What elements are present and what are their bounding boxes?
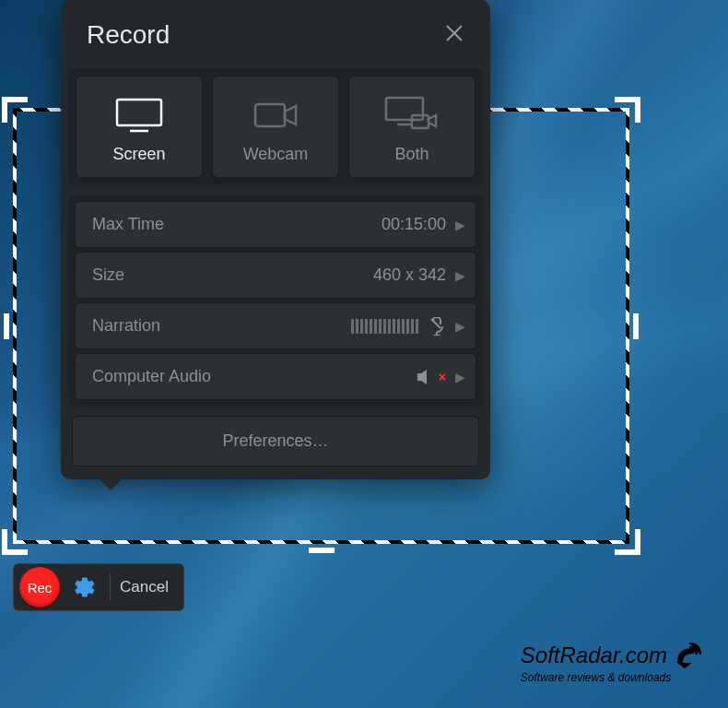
satellite-dish-icon [673,640,704,671]
chevron-right-icon: ▶ [453,370,466,384]
panel-pointer [98,478,123,490]
settings-button[interactable] [69,575,100,599]
source-both-button[interactable]: Both [348,76,476,178]
computer-audio-label: Computer Audio [92,367,211,386]
mute-indicator: × [439,370,446,384]
source-selector: Screen Webcam Both [68,68,483,185]
cancel-button[interactable]: Cancel [120,578,174,596]
toolbar-divider [110,574,111,600]
narration-row[interactable]: Narration ▶ [75,302,476,349]
max-time-value: 00:15:00 [382,215,446,234]
preferences-button[interactable]: Preferences… [72,416,479,466]
record-button[interactable]: Rec [19,567,60,608]
speaker-muted-icon [417,369,435,385]
computer-audio-row[interactable]: Computer Audio × ▶ [75,353,476,400]
source-webcam-label: Webcam [218,145,333,164]
size-row[interactable]: Size 460 x 342 ▶ [75,252,476,299]
watermark-title: SoftRadar.com [521,643,667,668]
watermark: SoftRadar.com Software reviews & downloa… [521,640,704,684]
svg-rect-5 [412,115,429,128]
watermark-subtitle: Software reviews & downloads [521,671,704,684]
close-icon [444,23,464,43]
max-time-row[interactable]: Max Time 00:15:00 ▶ [75,201,476,248]
record-panel: Record Screen Webcam Both Max Time [61,0,490,479]
svg-rect-3 [386,98,423,120]
source-both-label: Both [355,145,469,164]
panel-title: Record [87,20,170,50]
chevron-right-icon: ▶ [453,319,466,334]
max-time-label: Max Time [92,215,164,234]
record-toolbar: Rec Cancel [13,563,184,611]
svg-rect-2 [255,104,285,126]
svg-rect-0 [117,100,161,125]
narration-label: Narration [92,316,160,336]
source-screen-button[interactable]: Screen [76,76,203,178]
monitor-icon [113,97,165,134]
gear-icon [73,575,97,599]
screen-and-webcam-icon [382,95,441,136]
chevron-right-icon: ▶ [453,268,466,283]
microphone-icon [429,317,446,336]
size-label: Size [92,266,124,285]
source-webcam-button[interactable]: Webcam [212,76,339,178]
source-screen-label: Screen [82,145,196,164]
narration-level-meter [351,319,418,334]
close-button[interactable] [444,22,464,48]
webcam-icon [250,97,301,134]
chevron-right-icon: ▶ [453,218,466,232]
settings-group: Max Time 00:15:00 ▶ Size 460 x 342 ▶ Nar… [68,195,483,407]
size-value: 460 x 342 [373,266,446,285]
